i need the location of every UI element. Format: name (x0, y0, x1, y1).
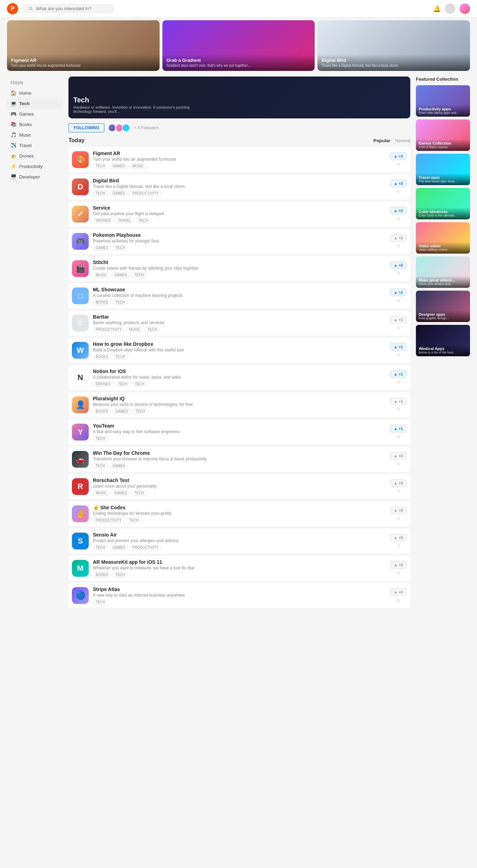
app-tag[interactable]: TECH (93, 463, 108, 468)
more-options-icon[interactable]: ≡ (397, 516, 400, 521)
featured-card-productivity-apps[interactable]: Productivity apps From note-taking apps … (416, 85, 470, 117)
hero-item-digital-bird[interactable]: Digital Bird Travel like a Digital Nomad… (317, 20, 470, 71)
more-options-icon[interactable]: ≡ (397, 298, 400, 303)
app-tag[interactable]: TECH (132, 381, 147, 387)
app-tag[interactable]: MUSIC (93, 272, 110, 278)
upvote-button[interactable]: ▲ +1 (390, 343, 407, 351)
app-tag[interactable]: PRODUCTIVITY (93, 518, 124, 523)
app-tag[interactable]: GAMES (110, 545, 128, 550)
sidebar-item-developer[interactable]: 🖥️ Developer (7, 172, 63, 182)
upvote-button[interactable]: ▲ +0 (390, 452, 407, 460)
more-options-icon[interactable]: ≡ (397, 325, 400, 330)
sidebar-item-tech[interactable]: 💻 Tech (7, 98, 63, 109)
search-bar[interactable] (24, 4, 115, 13)
upvote-button[interactable]: ▲ +2 (390, 207, 407, 214)
hero-item-grab-a-gradient[interactable]: Grab a Gradient Gradient days aren't ove… (162, 20, 315, 71)
app-tag[interactable]: TECH (113, 572, 128, 577)
app-tag[interactable]: GAMES (93, 245, 111, 250)
sort-tab-popular[interactable]: Popular (373, 138, 390, 143)
more-options-icon[interactable]: ≡ (397, 270, 400, 276)
upvote-button[interactable]: ▲ +2 (390, 180, 407, 187)
upvote-button[interactable]: ▲ +0 (390, 506, 407, 514)
upvote-button[interactable]: ▲ +0 (390, 479, 407, 487)
sidebar-item-books[interactable]: 📚 Books (7, 119, 63, 130)
upvote-button[interactable]: ▲ +2 (390, 289, 407, 296)
app-tag[interactable]: TECH (126, 518, 141, 523)
more-options-icon[interactable]: ≡ (397, 461, 400, 467)
upvote-button[interactable]: ▲ +1 (390, 316, 407, 323)
app-tag[interactable]: TECH (131, 490, 146, 496)
avatar-main[interactable] (460, 3, 470, 14)
search-input[interactable] (36, 6, 110, 11)
more-options-icon[interactable]: ≡ (397, 597, 400, 603)
app-tag[interactable]: TECH (131, 272, 146, 278)
featured-card-make-great-videos[interactable]: Make great videos... Turns your photos a… (416, 256, 470, 288)
app-tag[interactable]: GAMES (111, 490, 130, 496)
upvote-button[interactable]: ▲ +3 (390, 152, 407, 160)
app-tag[interactable]: PRODUCTIVITY (93, 327, 124, 332)
more-options-icon[interactable]: ≡ (397, 488, 400, 494)
app-tag[interactable]: BOOKS (93, 572, 111, 577)
app-tag[interactable]: TECH (93, 436, 108, 441)
sidebar-item-productivity[interactable]: ⚡ Productivity (7, 161, 63, 172)
app-tag[interactable]: BOOKS (93, 409, 111, 414)
featured-card-imedical-apps[interactable]: iMedical Apps Below is a list of the bes… (416, 325, 470, 356)
app-tag[interactable]: MUSIC (130, 163, 146, 169)
more-options-icon[interactable]: ≡ (397, 434, 400, 439)
app-tag[interactable]: DRONES (93, 381, 113, 387)
following-button[interactable]: FOLLOWING (68, 123, 104, 132)
app-tag[interactable]: PRODUCTIVITY (130, 191, 161, 196)
upvote-button[interactable]: ▲ +0 (390, 534, 407, 541)
sidebar-item-music[interactable]: 🎵 Music (7, 130, 63, 140)
more-options-icon[interactable]: ≡ (397, 407, 400, 412)
app-tag[interactable]: TRAVEL (115, 218, 134, 223)
app-tag[interactable]: TECH (136, 218, 151, 223)
app-tag[interactable]: BOOKS (93, 300, 111, 305)
upvote-button[interactable]: ▲ +2 (390, 261, 407, 269)
more-options-icon[interactable]: ≡ (397, 352, 400, 358)
sidebar-item-games[interactable]: 🎮 Games (7, 109, 63, 119)
sidebar-item-drones[interactable]: 🚁 Drones (7, 151, 63, 161)
featured-card-video-editor[interactable]: Video editor Video editing control... (416, 222, 470, 254)
featured-card-designer-apps[interactable]: Designer apps Free graphic design... (416, 291, 470, 322)
app-tag[interactable]: TECH (113, 245, 128, 250)
featured-card-travel-apps[interactable]: Travel apps The best travel apps keep... (416, 154, 470, 185)
more-options-icon[interactable]: ≡ (397, 189, 400, 194)
app-tag[interactable]: TECH (115, 381, 130, 387)
upvote-button[interactable]: ▲ +0 (390, 561, 407, 569)
app-tag[interactable]: MUSIC (93, 490, 110, 496)
avatar-small[interactable] (445, 3, 455, 14)
app-tag[interactable]: GAMES (110, 191, 128, 196)
more-options-icon[interactable]: ≡ (397, 570, 400, 576)
tech-banner[interactable]: Tech Hardware or software. Invention or … (68, 76, 410, 118)
upvote-button[interactable]: ▲ +1 (390, 370, 407, 378)
sidebar-item-travel[interactable]: ✈️ Travel (7, 140, 63, 151)
upvote-button[interactable]: ▲ +0 (390, 588, 407, 596)
app-tag[interactable]: BOOKS (93, 354, 111, 359)
upvote-button[interactable]: ▲ +2 (390, 234, 407, 242)
app-tag[interactable]: GAMES (113, 409, 131, 414)
app-tag[interactable]: DRONES (93, 218, 113, 223)
app-tag[interactable]: TECH (93, 191, 108, 196)
app-tag[interactable]: TECH (145, 327, 160, 332)
sort-tab-newest[interactable]: Newest (395, 138, 410, 143)
app-tag[interactable]: GAMES (111, 272, 130, 278)
app-tag[interactable]: PRODUCTIVITY (130, 545, 161, 550)
more-options-icon[interactable]: ≡ (397, 243, 400, 249)
app-tag[interactable]: TECH (93, 545, 108, 550)
app-tag[interactable]: GAMES (110, 463, 128, 468)
app-tag[interactable]: TECH (113, 354, 128, 359)
app-tag[interactable]: TECH (113, 300, 128, 305)
more-options-icon[interactable]: ≡ (397, 543, 400, 548)
sidebar-item-home[interactable]: 🏠 Home (7, 88, 63, 98)
more-options-icon[interactable]: ≡ (397, 216, 400, 221)
bell-icon[interactable]: 🔔 (433, 5, 441, 13)
app-tag[interactable]: TECH (133, 409, 148, 414)
app-tag[interactable]: GAMES (110, 163, 128, 169)
logo[interactable]: P (7, 3, 18, 14)
app-tag[interactable]: TECH (93, 599, 108, 605)
more-options-icon[interactable]: ≡ (397, 161, 400, 167)
featured-card-color-blindness[interactable]: Color blindness Color Grab is the ultima… (416, 188, 470, 219)
upvote-button[interactable]: ▲ +1 (390, 397, 407, 405)
more-options-icon[interactable]: ≡ (397, 379, 400, 385)
